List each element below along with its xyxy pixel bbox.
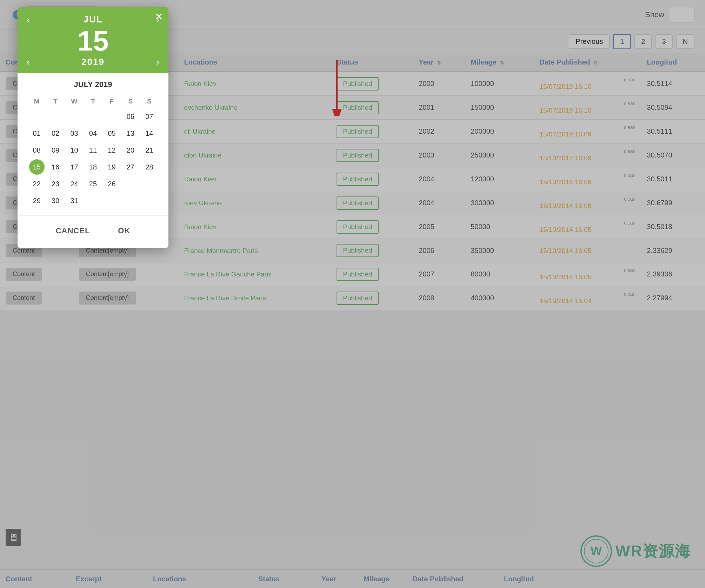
cal-day-empty xyxy=(123,193,138,208)
month-nav: ‹ JUL › xyxy=(23,14,163,25)
cal-day-26[interactable]: 26 xyxy=(104,176,119,192)
cal-day-empty xyxy=(85,193,101,208)
dow-sun: S xyxy=(141,95,158,107)
calendar-body: JULY 2019 M T W T F S S 06 07 01 xyxy=(18,73,168,215)
cal-day-10[interactable]: 10 xyxy=(67,142,82,158)
cal-day-25[interactable]: 25 xyxy=(85,176,101,192)
cal-day-3[interactable]: 03 xyxy=(67,126,82,141)
cal-day-9[interactable]: 09 xyxy=(48,142,63,158)
cal-day-21[interactable]: 21 xyxy=(141,142,157,158)
dow-tue: T xyxy=(47,95,64,107)
modal-overlay: ✕ ‹ JUL › 15 ‹ 2019 › JULY 2019 M T W T xyxy=(0,0,705,588)
dow-thu: T xyxy=(84,95,101,107)
cal-day-28[interactable]: 28 xyxy=(141,159,157,175)
close-button[interactable]: ✕ xyxy=(155,12,163,22)
cal-day-15[interactable]: 15 xyxy=(29,159,45,175)
prev-year-button[interactable]: ‹ xyxy=(23,58,33,67)
cal-day-14[interactable]: 14 xyxy=(141,126,157,141)
cal-day-12[interactable]: 12 xyxy=(104,142,119,158)
ok-button[interactable]: OK xyxy=(107,222,141,240)
cal-day-empty xyxy=(123,176,138,192)
cal-day-empty xyxy=(48,109,63,124)
next-year-button[interactable]: › xyxy=(153,58,163,67)
cal-day-30[interactable]: 30 xyxy=(48,193,63,208)
cal-day-29[interactable]: 29 xyxy=(29,193,45,208)
cal-day-13[interactable]: 13 xyxy=(123,126,138,141)
cal-day-11[interactable]: 11 xyxy=(85,142,101,158)
cal-day-empty xyxy=(104,109,119,124)
dow-mon: M xyxy=(28,95,45,107)
cal-day-31[interactable]: 31 xyxy=(67,193,82,208)
cal-day-empty xyxy=(67,109,82,124)
cal-day-27[interactable]: 27 xyxy=(123,159,138,175)
day-display: 15 xyxy=(23,27,163,55)
cancel-button[interactable]: CANCEL xyxy=(45,222,101,240)
calendar-grid: M T W T F S S 06 07 01 02 03 04 xyxy=(28,95,158,208)
cal-day-8[interactable]: 08 xyxy=(29,142,45,158)
dow-wed: W xyxy=(66,95,83,107)
dow-fri: F xyxy=(103,95,120,107)
cal-day-20[interactable]: 20 xyxy=(123,142,138,158)
calendar-header: ✕ ‹ JUL › 15 ‹ 2019 › xyxy=(18,7,168,73)
watermark-text: WR资源海 xyxy=(616,541,691,562)
year-display: 2019 xyxy=(81,56,105,67)
prev-month-button[interactable]: ‹ xyxy=(23,15,33,24)
month-display: JUL xyxy=(83,14,102,25)
cal-day-1[interactable]: 01 xyxy=(29,126,45,141)
cal-day-4[interactable]: 04 xyxy=(85,126,101,141)
watermark: W WR资源海 xyxy=(580,535,691,567)
cal-day-7[interactable]: 07 xyxy=(141,109,157,124)
cal-day-empty xyxy=(85,109,101,124)
cal-day-18[interactable]: 18 xyxy=(85,159,101,175)
cal-day-empty xyxy=(104,193,119,208)
cal-day-24[interactable]: 24 xyxy=(67,176,82,192)
cal-day-empty xyxy=(141,176,157,192)
cal-day-19[interactable]: 19 xyxy=(104,159,119,175)
cal-day-empty xyxy=(29,109,45,124)
svg-text:W: W xyxy=(591,544,602,557)
month-full-label: JULY 2019 xyxy=(28,80,158,89)
calendar-modal: ✕ ‹ JUL › 15 ‹ 2019 › JULY 2019 M T W T xyxy=(18,7,168,248)
dow-sat: S xyxy=(122,95,139,107)
cal-day-22[interactable]: 22 xyxy=(29,176,45,192)
cal-day-5[interactable]: 05 xyxy=(104,126,119,141)
cal-day-6[interactable]: 06 xyxy=(123,109,138,124)
cal-day-empty xyxy=(141,193,157,208)
cal-day-16[interactable]: 16 xyxy=(48,159,63,175)
calendar-actions: CANCEL OK xyxy=(18,215,168,248)
year-nav: ‹ 2019 › xyxy=(23,56,163,67)
cal-day-17[interactable]: 17 xyxy=(67,159,82,175)
cal-day-23[interactable]: 23 xyxy=(48,176,63,192)
cal-day-2[interactable]: 02 xyxy=(48,126,63,141)
